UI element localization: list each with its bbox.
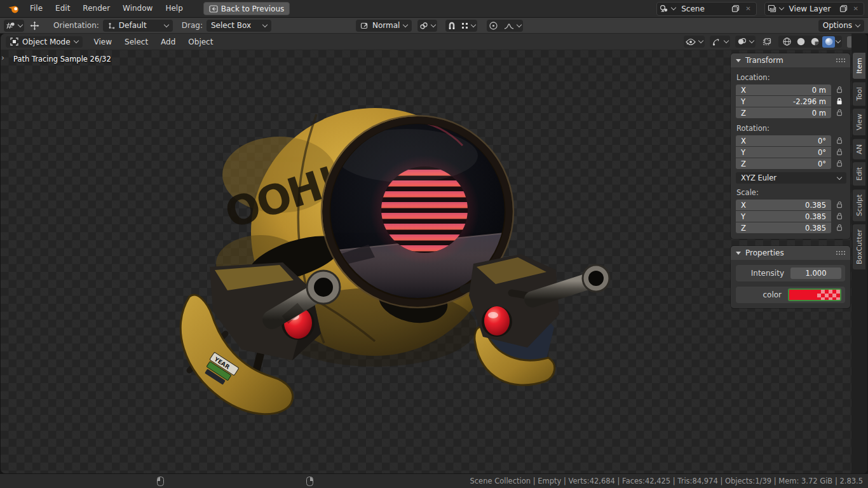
panel-grip-icon[interactable] xyxy=(836,250,845,255)
lock-open-icon[interactable] xyxy=(834,201,845,209)
menu-window[interactable]: Window xyxy=(116,0,159,17)
lock-open-icon[interactable] xyxy=(834,212,845,220)
visibility-eye-icon xyxy=(686,38,696,46)
shading-wireframe-icon[interactable] xyxy=(780,36,793,48)
scale-z-field[interactable]: Z 0.385 xyxy=(736,222,831,233)
lock-open-icon[interactable] xyxy=(834,137,845,145)
rotation-label: Rotation: xyxy=(736,124,845,133)
rotation-mode-value: XYZ Euler xyxy=(741,173,776,182)
options-dropdown[interactable]: Options xyxy=(818,20,864,32)
gizmo-icon xyxy=(712,37,721,46)
panel-collapse-icon[interactable] xyxy=(736,252,741,255)
shading-rendered-icon[interactable] xyxy=(822,36,835,48)
rotation-x-field[interactable]: X 0° xyxy=(736,135,831,146)
scene-selector[interactable]: Scene ✕ xyxy=(656,2,756,16)
blender-logo-icon[interactable] xyxy=(8,4,20,14)
xray-toggle-icon[interactable] xyxy=(761,36,773,48)
rotation-y-field[interactable]: Y 0° xyxy=(736,147,831,158)
menu-add[interactable]: Add xyxy=(154,37,182,46)
menu-help[interactable]: Help xyxy=(159,0,189,17)
snap-increment-icon[interactable] xyxy=(461,22,468,29)
sidebar-tab-boxcutter[interactable]: BoxCutter xyxy=(853,224,865,269)
view-layer-name[interactable]: View Layer xyxy=(787,4,836,13)
proportional-editing-icon[interactable] xyxy=(489,21,498,30)
transform-pivot-dropdown[interactable]: Normal xyxy=(356,20,412,32)
remove-view-layer-icon[interactable]: ✕ xyxy=(851,5,861,12)
magnet-icon[interactable] xyxy=(447,21,456,30)
intensity-field[interactable]: 1.000 xyxy=(790,268,841,279)
scale-y-field[interactable]: Y 0.385 xyxy=(736,211,831,222)
link-icon xyxy=(419,22,428,30)
move-tool-icon[interactable] xyxy=(28,20,41,31)
overlays-icon xyxy=(737,37,747,46)
axis-label: Z xyxy=(741,224,746,233)
sidebar-tab-edit[interactable]: Edit xyxy=(853,162,865,186)
new-scene-icon[interactable] xyxy=(731,4,740,13)
proportional-editing-group[interactable] xyxy=(487,20,523,32)
chevron-down-icon xyxy=(698,38,703,43)
menu-select[interactable]: Select xyxy=(118,37,154,46)
axis-value: 0.385 xyxy=(805,212,826,221)
rotation-y-row: Y 0° xyxy=(736,147,845,158)
editor-type-selector[interactable] xyxy=(4,20,24,32)
panel-collapse-icon[interactable] xyxy=(736,59,741,62)
sidebar-tab-item[interactable]: Item xyxy=(853,53,865,79)
lock-closed-icon[interactable] xyxy=(834,97,845,105)
mode-dropdown[interactable]: Object Mode xyxy=(6,36,83,48)
menu-edit[interactable]: Edit xyxy=(49,0,76,17)
location-x-field[interactable]: X 0 m xyxy=(736,85,831,95)
rotation-z-field[interactable]: Z 0° xyxy=(736,158,831,169)
object-visibility-group[interactable] xyxy=(684,36,705,48)
robot-render[interactable]: YEAR OOH! xyxy=(165,60,623,429)
menu-object[interactable]: Object xyxy=(182,37,219,46)
color-label: color xyxy=(740,290,788,299)
falloff-curve-icon[interactable] xyxy=(504,22,514,30)
scale-x-field[interactable]: X 0.385 xyxy=(736,200,831,210)
robot-right-arm xyxy=(464,254,609,348)
axis-label: X xyxy=(741,201,746,210)
lock-open-icon[interactable] xyxy=(834,109,845,117)
topbar: File Edit Render Window Help Back to Pre… xyxy=(0,0,868,18)
properties-panel-header[interactable]: Properties xyxy=(731,246,850,260)
sidebar-tab-tool[interactable]: Tool xyxy=(853,82,865,105)
sidebar-tab-sculpt[interactable]: Sculpt xyxy=(853,189,865,221)
pivot-value: Normal xyxy=(372,21,400,30)
lock-open-icon[interactable] xyxy=(834,148,845,156)
snapping-group[interactable] xyxy=(445,20,477,32)
drag-dropdown[interactable]: Select Box xyxy=(207,20,271,32)
viewport-3d[interactable]: Object Mode View Select Add Object xyxy=(1,34,867,473)
axis-value: 0° xyxy=(818,159,826,168)
lock-open-icon[interactable] xyxy=(834,86,845,94)
lock-open-icon[interactable] xyxy=(834,224,845,232)
lock-open-icon[interactable] xyxy=(834,159,845,168)
rotation-mode-dropdown[interactable]: XYZ Euler xyxy=(736,172,846,184)
shading-material-icon[interactable] xyxy=(808,36,821,48)
pivot-normal-icon xyxy=(360,22,369,29)
panel-grip-icon[interactable] xyxy=(836,58,845,63)
axis-value: 0° xyxy=(818,137,826,146)
chevron-down-icon xyxy=(262,22,268,27)
view-layer-selector[interactable]: View Layer ✕ xyxy=(764,2,864,16)
scene-name[interactable]: Scene xyxy=(679,4,728,13)
gizmos-group[interactable] xyxy=(710,36,730,48)
chevron-down-icon xyxy=(431,22,436,27)
back-to-previous-button[interactable]: Back to Previous xyxy=(203,2,290,15)
menu-view[interactable]: View xyxy=(88,37,118,46)
overlays-group[interactable] xyxy=(735,36,756,48)
new-view-layer-icon[interactable] xyxy=(839,4,848,13)
color-swatch[interactable] xyxy=(788,288,841,301)
orientation-dropdown[interactable]: Default xyxy=(103,20,173,32)
transform-panel-header[interactable]: Transform xyxy=(731,53,850,67)
menu-render[interactable]: Render xyxy=(76,0,116,17)
chevron-down-icon xyxy=(403,22,408,27)
chevron-down-icon xyxy=(837,174,842,179)
menu-file[interactable]: File xyxy=(24,0,49,17)
unlink-scene-icon[interactable]: ✕ xyxy=(743,5,753,12)
location-z-field[interactable]: Z 0 m xyxy=(736,107,831,118)
shading-solid-icon[interactable] xyxy=(794,36,807,48)
snap-target-group[interactable] xyxy=(417,20,437,32)
sidebar-tab-an[interactable]: AN xyxy=(853,139,865,159)
sidebar-tab-view[interactable]: View xyxy=(853,109,865,135)
toolbar-expand-arrow[interactable]: › xyxy=(1,53,4,62)
location-y-field[interactable]: Y -2.296 m xyxy=(736,96,831,107)
